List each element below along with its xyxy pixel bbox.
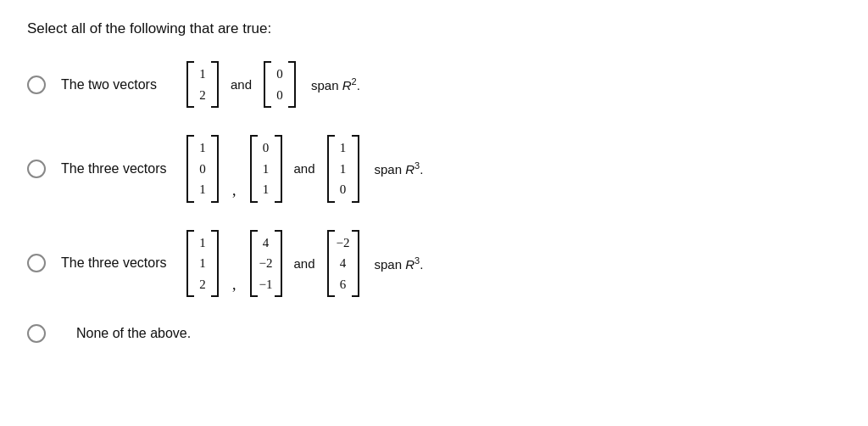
option-row-3: The three vectors 1 1 2 , 4 −2 −1 and −2… [27, 230, 841, 298]
vector-2-2: 0 1 1 [250, 135, 282, 203]
option-row-2: The three vectors 1 0 1 , 0 1 1 and 1 1 … [27, 135, 841, 203]
vector-1-1: 1 2 [186, 61, 219, 108]
comma-2: , [232, 182, 236, 199]
span-text-1: span R2. [311, 76, 360, 92]
vector-3-1: 1 1 2 [186, 230, 219, 298]
option-label-4: None of the above. [76, 326, 191, 341]
checkbox-4[interactable] [27, 324, 46, 343]
vector-2-1: 1 0 1 [186, 135, 219, 203]
question-title: Select all of the following that are tru… [27, 20, 841, 37]
option-label-2: The three vectors [61, 161, 171, 177]
connector-and-2: and [294, 161, 315, 176]
math-row-2: 1 0 1 , 0 1 1 and 1 1 0 span R3. [186, 135, 423, 203]
option-label-3: The three vectors [61, 255, 171, 271]
vector-2-3: 1 1 0 [327, 135, 359, 203]
connector-and-1: and [231, 77, 252, 92]
connector-and-3: and [294, 256, 315, 271]
math-row-3: 1 1 2 , 4 −2 −1 and −2 4 6 span R3. [186, 230, 423, 298]
checkbox-3[interactable] [27, 254, 46, 272]
comma-3: , [232, 276, 236, 294]
span-text-3: span R3. [375, 255, 424, 272]
vector-1-2: 0 0 [264, 61, 296, 108]
vector-3-2: 4 −2 −1 [250, 230, 282, 298]
checkbox-2[interactable] [27, 160, 46, 178]
math-row-1: 1 2 and 0 0 span R2. [186, 61, 360, 108]
checkbox-1[interactable] [27, 76, 46, 94]
option-row-4: None of the above. [27, 324, 841, 343]
option-label-1: The two vectors [61, 77, 171, 92]
vector-3-3: −2 4 6 [327, 230, 359, 298]
span-text-2: span R3. [375, 160, 424, 177]
option-row-1: The two vectors 1 2 and 0 0 span R2. [27, 61, 841, 108]
